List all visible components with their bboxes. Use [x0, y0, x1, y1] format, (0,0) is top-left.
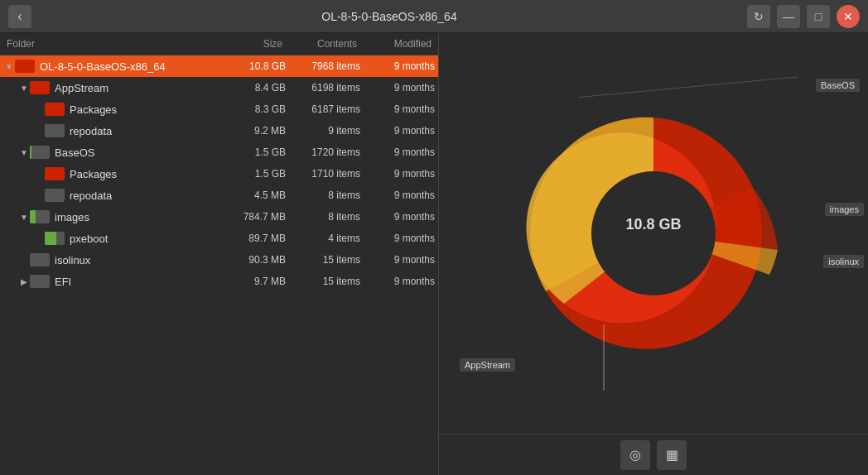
row-name: OL-8-5-0-BaseOS-x86_64: [40, 60, 219, 73]
row-size: 89.7 MB: [219, 233, 286, 244]
chart-panel: 10.8 GB BaseOS images isolinux AppStream…: [439, 33, 868, 475]
folder-icon: [45, 167, 65, 180]
row-name: repodata: [70, 125, 219, 137]
folder-icon: [30, 275, 50, 288]
green-bar: [45, 232, 56, 245]
svg-point-0: [591, 171, 716, 295]
row-contents: 15 items: [286, 254, 360, 266]
row-size: 9.2 MB: [219, 125, 286, 137]
row-name: AppStream: [55, 82, 219, 94]
tree-row-baseos-packages[interactable]: Packages 1.5 GB 1710 items 9 months: [0, 163, 438, 185]
folder-icon: [30, 210, 50, 223]
col-contents-header: Contents: [282, 38, 357, 50]
row-size: 8.4 GB: [219, 82, 286, 94]
column-headers: Folder Size Contents Modified: [0, 33, 438, 55]
maximize-button[interactable]: □: [807, 5, 830, 28]
main-content: Folder Size Contents Modified ▼ OL-8-5-0…: [0, 33, 868, 475]
tree-row-isolinux[interactable]: isolinux 90.3 MB 15 items 9 months: [0, 249, 438, 271]
window-title: OL-8-5-0-BaseOS-x86_64: [31, 10, 747, 23]
chart-area: 10.8 GB BaseOS images isolinux AppStream: [439, 33, 868, 434]
row-size: 9.7 MB: [219, 276, 286, 287]
expand-arrow[interactable]: ▼: [3, 60, 15, 72]
row-modified: 9 months: [360, 211, 435, 223]
tree-row-pxeboot[interactable]: pxeboot 89.7 MB 4 items 9 months: [0, 228, 438, 249]
row-modified: 9 months: [360, 146, 435, 158]
row-modified: 9 months: [360, 125, 435, 137]
row-modified: 9 months: [360, 82, 435, 94]
col-size-header: Size: [216, 38, 282, 50]
refresh-button[interactable]: ↻: [747, 5, 770, 28]
tree-row-baseos[interactable]: ▼ BaseOS 1.5 GB 1720 items 9 months: [0, 142, 438, 163]
green-bar: [30, 210, 36, 223]
bar-view-button[interactable]: ▦: [657, 440, 687, 470]
row-modified: 9 months: [360, 276, 435, 287]
row-name: BaseOS: [55, 146, 219, 159]
row-contents: 4 items: [286, 233, 360, 244]
file-panel: Folder Size Contents Modified ▼ OL-8-5-0…: [0, 33, 439, 475]
row-name: repodata: [70, 190, 219, 202]
green-bar: [30, 146, 31, 159]
row-size: 4.5 MB: [219, 190, 286, 201]
folder-icon: [30, 146, 50, 159]
folder-icon: [45, 232, 65, 245]
folder-icon: [15, 60, 35, 73]
row-modified: 9 months: [360, 233, 435, 244]
chart-toolbar: ◎ ▦: [439, 434, 868, 475]
row-size: 8.3 GB: [219, 103, 286, 115]
tree-row-efi[interactable]: ▶ EFI 9.7 MB 15 items 9 months: [0, 271, 438, 292]
expand-arrow[interactable]: ▼: [18, 146, 30, 158]
row-modified: 9 months: [360, 60, 435, 72]
row-contents: 15 items: [286, 276, 360, 287]
label-isolinux: isolinux: [823, 255, 864, 268]
row-name: pxeboot: [70, 233, 219, 245]
back-button[interactable]: ‹: [8, 5, 31, 28]
folder-icon: [45, 103, 65, 116]
col-modified-header: Modified: [357, 38, 432, 50]
expand-arrow[interactable]: ▼: [18, 82, 30, 94]
bar-icon: ▦: [666, 447, 678, 463]
row-contents: 9 items: [286, 125, 360, 137]
row-modified: 9 months: [360, 103, 435, 115]
folder-icon: [45, 189, 65, 202]
tree-row-images[interactable]: ▼ images 784.7 MB 8 items 9 months: [0, 206, 438, 228]
donut-view-button[interactable]: ◎: [620, 440, 650, 470]
row-contents: 1720 items: [286, 146, 360, 158]
donut-chart: 10.8 GB: [496, 47, 811, 420]
row-contents: 8 items: [286, 190, 360, 201]
folder-icon: [45, 124, 65, 137]
titlebar: ‹ OL-8-5-0-BaseOS-x86_64 ↻ — □ ✕: [0, 0, 868, 33]
tree-row-appstream-repodata[interactable]: repodata 9.2 MB 9 items 9 months: [0, 120, 438, 142]
tree-row-appstream-packages[interactable]: Packages 8.3 GB 6187 items 9 months: [0, 98, 438, 120]
folder-icon: [30, 81, 50, 94]
row-contents: 6187 items: [286, 103, 360, 115]
row-modified: 9 months: [360, 190, 435, 201]
row-size: 90.3 MB: [219, 254, 286, 266]
file-tree: ▼ OL-8-5-0-BaseOS-x86_64 10.8 GB 7968 it…: [0, 55, 438, 475]
row-size: 1.5 GB: [219, 146, 286, 158]
label-appstream: AppStream: [460, 358, 515, 372]
row-name: isolinux: [55, 254, 219, 266]
row-contents: 1710 items: [286, 168, 360, 180]
folder-icon: [30, 253, 50, 266]
label-images: images: [825, 203, 864, 216]
row-size: 784.7 MB: [219, 211, 286, 223]
row-size: 10.8 GB: [219, 60, 286, 72]
row-name: EFI: [55, 276, 219, 288]
donut-icon: ◎: [629, 447, 641, 463]
svg-line-2: [578, 77, 798, 98]
row-name: images: [55, 211, 219, 223]
tree-row-appstream[interactable]: ▼ AppStream 8.4 GB 6198 items 9 months: [0, 77, 438, 98]
close-button[interactable]: ✕: [837, 5, 860, 28]
row-modified: 9 months: [360, 168, 435, 180]
row-contents: 8 items: [286, 211, 360, 223]
tree-row-root[interactable]: ▼ OL-8-5-0-BaseOS-x86_64 10.8 GB 7968 it…: [0, 55, 438, 77]
expand-arrow[interactable]: ▶: [18, 276, 30, 287]
minimize-button[interactable]: —: [777, 5, 800, 28]
tree-row-baseos-repodata[interactable]: repodata 4.5 MB 8 items 9 months: [0, 185, 438, 206]
window-controls: ↻ — □ ✕: [747, 5, 860, 28]
row-name: Packages: [70, 168, 219, 180]
expand-arrow[interactable]: ▼: [18, 211, 30, 223]
row-modified: 9 months: [360, 254, 435, 266]
row-contents: 6198 items: [286, 82, 360, 94]
col-folder-header: Folder: [7, 38, 216, 50]
